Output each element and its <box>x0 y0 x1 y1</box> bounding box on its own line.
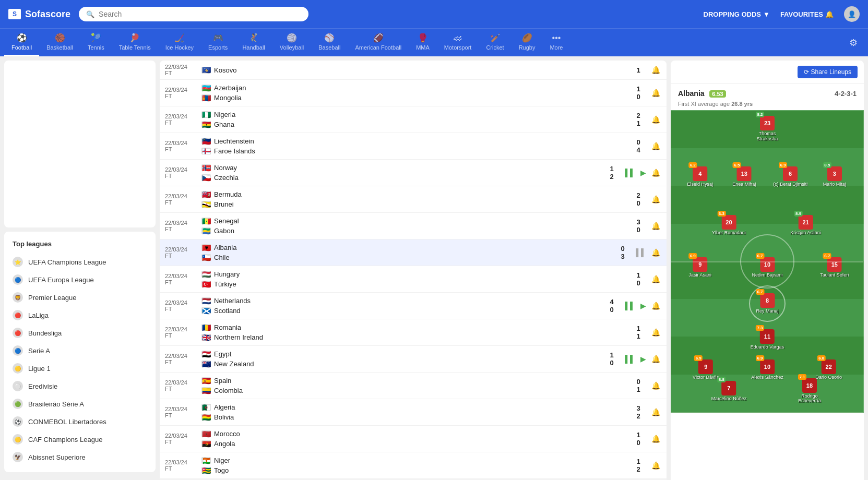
stats-icon[interactable]: ▌▌ <box>635 247 647 258</box>
player-marker-hysaj[interactable]: 6.2 4 Elseid Hysaj <box>687 166 713 187</box>
nav-item-basketball[interactable]: 🏀 Basketball <box>39 29 80 56</box>
nav-label-football: Football <box>11 44 32 51</box>
notification-icon[interactable]: 🔔 <box>650 167 661 178</box>
league-item-uel[interactable]: 🔵 UEFA Europa League <box>4 271 156 289</box>
stats-icon[interactable]: ▌▌ <box>624 354 636 364</box>
player-marker-vargas[interactable]: 7.3 11 Eduardo Vargas <box>751 329 784 350</box>
table-row[interactable]: 22/03/24 FT 🇩🇿Algeria 🇧🇴Bolivia 3 2 🔔 <box>160 399 667 425</box>
video-icon[interactable]: ▶ <box>639 167 647 178</box>
league-item-seriea[interactable]: 🔵 Serie A <box>4 342 156 359</box>
notification-icon[interactable]: 🔔 <box>650 114 661 125</box>
nav-item-volleyball[interactable]: 🏐 Volleyball <box>272 29 311 56</box>
video-icon[interactable]: ▶ <box>639 301 647 311</box>
player-marker-sanchez[interactable]: 6.9 10 Alexis Sánchez <box>751 359 783 380</box>
table-row[interactable]: 22/03/24 FT 🇦🇿Azerbaijan 🇲🇳Mongolia 1 0 … <box>160 80 667 106</box>
player-marker-seferi[interactable]: 6.7 15 Taulant Seferi <box>820 257 849 278</box>
avatar[interactable]: 👤 <box>844 6 860 22</box>
nav-item-handball[interactable]: 🤾 Handball <box>235 29 272 56</box>
libertadores-icon: ⚽ <box>13 416 23 427</box>
share-lineups-button[interactable]: ⟳ Share Lineups <box>798 66 858 78</box>
basketball-icon: 🏀 <box>55 33 65 43</box>
table-row[interactable]: 22/03/24 FT 🇲🇦Morocco 🇦🇴Angola 1 0 🔔 <box>160 426 667 452</box>
notification-icon[interactable]: 🔔 <box>650 354 661 364</box>
notification-icon[interactable]: 🔔 <box>650 434 661 444</box>
player-marker-asllani[interactable]: 8.9 21 Kristjan Asllani <box>790 215 821 236</box>
nav-item-american-football[interactable]: 🏈 American Football <box>348 29 409 56</box>
nav-item-football[interactable]: ⚽ Football <box>4 29 39 56</box>
nav-item-esports[interactable]: 🎮 Esports <box>201 29 235 56</box>
nav-item-ice-hockey[interactable]: 🏒 Ice Hockey <box>158 29 201 56</box>
league-item-ligue1[interactable]: 🟡 Ligue 1 <box>4 359 156 377</box>
video-icon[interactable]: ▶ <box>639 354 647 364</box>
table-row[interactable]: 22/03/24 FT 🇳🇪Niger 🇹🇬Togo 1 2 🔔 <box>160 452 667 478</box>
dropping-odds-btn[interactable]: DROPPING ODDS ▼ <box>704 10 770 18</box>
notification-icon[interactable]: 🔔 <box>650 407 661 417</box>
favourites-btn[interactable]: FAVOURITES 🔔 <box>780 10 834 18</box>
league-item-ucl[interactable]: ⭐ UEFA Champions League <box>4 253 156 271</box>
player-marker-mihaj[interactable]: 6.5 13 Enea Mihaj <box>732 166 756 187</box>
league-item-laliga[interactable]: 🔴 LaLiga <box>4 306 156 324</box>
league-item-caf[interactable]: 🟡 CAF Champions League <box>4 430 156 448</box>
table-row[interactable]: 22/03/24 FT 🇷🇴Romania 🇬🇧Northern Ireland… <box>160 319 667 345</box>
nav-item-table-tennis[interactable]: 🏓 Table Tennis <box>112 29 158 56</box>
league-item-brasileirao[interactable]: 🟢 Brasileirão Série A <box>4 395 156 413</box>
nav-item-tennis[interactable]: 🎾 Tennis <box>80 29 112 56</box>
search-bar[interactable]: 🔍 <box>79 7 308 21</box>
table-row[interactable]: 22/03/24 FT 🇧🇲Bermuda 🇧🇳Brunei 2 0 🔔 <box>160 186 667 212</box>
player-marker-osorio[interactable]: 6.8 22 Dario Osorio <box>815 359 842 380</box>
nav-item-mma[interactable]: 🥊 MMA <box>409 29 437 56</box>
baseball-icon: ⚾ <box>324 33 335 43</box>
notification-icon[interactable]: 🔔 <box>650 327 661 338</box>
nav-label-rugby: Rugby <box>519 44 536 51</box>
stats-icon[interactable]: ▌▌ <box>624 301 636 311</box>
logo[interactable]: S Sofascore <box>8 9 70 20</box>
player-marker-echeverria[interactable]: 7.1 18 Rodrigo Echeverría <box>791 378 828 404</box>
table-row[interactable]: 22/03/24 FT 🇸🇳Senegal 🇬🇦Gabon 3 0 🔔 <box>160 213 667 239</box>
notification-icon[interactable]: 🔔 <box>650 247 661 258</box>
table-row[interactable]: 22/03/24 FT 🇭🇺Hungary 🇹🇷Türkiye 1 0 🔔 <box>160 266 667 292</box>
search-input[interactable] <box>99 10 301 18</box>
rugby-icon: 🏉 <box>522 33 532 43</box>
table-row[interactable]: 22/03/24 FT 🇪🇸Spain 🇨🇴Colombia 0 1 🔔 <box>160 373 667 399</box>
nav-item-more[interactable]: ••• More <box>542 29 570 56</box>
table-row[interactable]: 22/03/24 FT 🇳🇬Nigeria 🇬🇭Ghana 2 1 🔔 <box>160 106 667 133</box>
player-marker-bajrami[interactable]: 6.7 10 Nedim Bajrami <box>752 257 782 278</box>
player-marker-rey-manaj[interactable]: 6.7 8 Rey Manaj <box>756 293 778 314</box>
table-row[interactable]: 22/03/24 FT 🇽🇰 Kosovo 1 🔔 <box>160 61 667 79</box>
nav-item-baseball[interactable]: ⚾ Baseball <box>311 29 348 56</box>
notification-icon[interactable]: 🔔 <box>650 141 661 151</box>
player-marker-mitaj[interactable]: 8.5 3 Mario Mitaj <box>823 166 846 187</box>
bundesliga-icon: 🔴 <box>13 328 23 338</box>
league-item-libertadores[interactable]: ⚽ CONMEBOL Libertadores <box>4 413 156 430</box>
player-marker-djimsiti[interactable]: 6.9 6 (c) Berat Djimsiti <box>773 166 807 187</box>
table-row[interactable]: 22/03/24 FT 🇳🇴Norway 🇨🇿Czechia 1 2 ▌▌ ▶ … <box>160 160 667 186</box>
table-row[interactable]: 22/03/24 FT 🇱🇮Liechtenstein 🇫🇴Faroe Isla… <box>160 133 667 159</box>
player-marker-ramadani[interactable]: 6.3 20 Ylber Ramadani <box>712 215 746 236</box>
league-item-bundesliga[interactable]: 🔴 Bundesliga <box>4 324 156 342</box>
table-row[interactable]: 22/03/24 FT 🇦🇱Albania 🇨🇱Chile 0 3 ▌▌ 🔔 <box>160 239 667 266</box>
player-marker-nunez[interactable]: 8.8 7 Marcelino Núñez <box>711 381 747 402</box>
notification-icon[interactable]: 🔔 <box>650 380 661 391</box>
nav-item-motorsport[interactable]: 🏎 Motorsport <box>437 29 479 56</box>
league-item-pl[interactable]: 🦁 Premier League <box>4 289 156 306</box>
notification-icon[interactable]: 🔔 <box>650 274 661 284</box>
player-marker-asani[interactable]: 6.9 9 Jasir Asani <box>688 257 711 278</box>
settings-icon[interactable]: ⚙ <box>843 33 864 53</box>
notification-icon[interactable]: 🔔 <box>650 88 661 98</box>
table-row[interactable]: 22/03/24 FT 🇳🇱Netherlands 🏴󠁧󠁢󠁳󠁣󠁴󠁿Scotlan… <box>160 293 667 319</box>
notification-icon[interactable]: 🔔 <box>650 194 661 205</box>
notification-icon[interactable]: 🔔 <box>650 460 661 471</box>
league-item-abissnet[interactable]: 🦅 Abissnet Superiore <box>4 448 156 466</box>
league-item-eredivisie[interactable]: ⚪ Eredivisie <box>4 377 156 395</box>
nav-label-tennis: Tennis <box>88 44 104 51</box>
table-row[interactable]: 22/03/24 FT 🇪🇬Egypt 🇳🇿New Zealand 1 0 ▌▌… <box>160 346 667 372</box>
football-icon: ⚽ <box>17 33 27 43</box>
notification-icon[interactable]: 🔔 <box>650 65 661 75</box>
nav-item-rugby[interactable]: 🏉 Rugby <box>512 29 543 56</box>
player-marker-strakosha[interactable]: 8.2 23 Thomas Strakosha <box>749 116 786 142</box>
stats-icon[interactable]: ▌▌ <box>624 167 636 178</box>
player-marker-davila[interactable]: 6.9 9 Victor Dávila <box>693 359 719 380</box>
nav-item-cricket[interactable]: 🏏 Cricket <box>479 29 511 56</box>
notification-icon[interactable]: 🔔 <box>650 301 661 311</box>
notification-icon[interactable]: 🔔 <box>650 221 661 231</box>
